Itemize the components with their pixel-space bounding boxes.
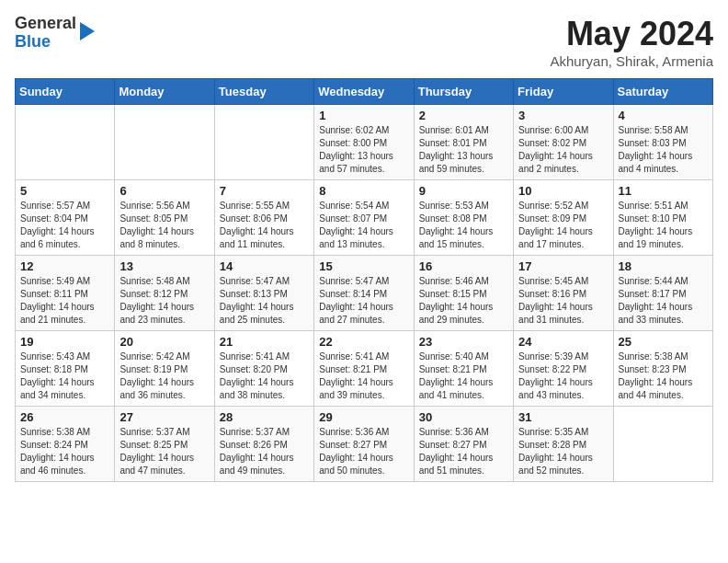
day-number: 14: [220, 259, 309, 273]
calendar-cell: [613, 407, 712, 482]
day-info: Sunrise: 6:01 AMSunset: 8:01 PMDaylight:…: [419, 124, 508, 176]
month-title: May 2024: [550, 15, 713, 53]
day-info: Sunrise: 5:51 AMSunset: 8:10 PMDaylight:…: [619, 200, 708, 251]
calendar-cell: [214, 105, 313, 180]
day-info: Sunrise: 5:55 AMSunset: 8:06 PMDaylight:…: [220, 200, 309, 251]
page-header: General Blue May 2024 Akhuryan, Shirak, …: [15, 15, 713, 69]
day-number: 3: [518, 109, 608, 122]
weekday-header-tuesday: Tuesday: [214, 79, 313, 105]
day-info: Sunrise: 5:39 AMSunset: 8:22 PMDaylight:…: [518, 350, 608, 402]
calendar-cell: 3Sunrise: 6:00 AMSunset: 8:02 PMDaylight…: [514, 105, 613, 180]
day-info: Sunrise: 5:41 AMSunset: 8:20 PMDaylight:…: [220, 350, 309, 402]
day-number: 28: [220, 410, 309, 424]
day-info: Sunrise: 5:38 AMSunset: 8:24 PMDaylight:…: [20, 426, 109, 477]
calendar-cell: 8Sunrise: 5:54 AMSunset: 8:07 PMDaylight…: [314, 180, 414, 256]
day-number: 10: [518, 184, 608, 198]
calendar-cell: 9Sunrise: 5:53 AMSunset: 8:08 PMDaylight…: [414, 180, 513, 256]
calendar-cell: 11Sunrise: 5:51 AMSunset: 8:10 PMDayligh…: [613, 180, 712, 256]
day-info: Sunrise: 5:36 AMSunset: 8:27 PMDaylight:…: [419, 426, 508, 477]
day-number: 19: [20, 335, 109, 349]
week-row-4: 19Sunrise: 5:43 AMSunset: 8:18 PMDayligh…: [16, 331, 713, 407]
calendar-cell: 18Sunrise: 5:44 AMSunset: 8:17 PMDayligh…: [613, 256, 712, 331]
day-info: Sunrise: 5:47 AMSunset: 8:13 PMDaylight:…: [220, 275, 309, 327]
calendar-cell: 6Sunrise: 5:56 AMSunset: 8:05 PMDaylight…: [115, 180, 214, 256]
day-info: Sunrise: 5:57 AMSunset: 8:04 PMDaylight:…: [20, 200, 109, 251]
calendar-cell: 20Sunrise: 5:42 AMSunset: 8:19 PMDayligh…: [115, 331, 214, 407]
week-row-2: 5Sunrise: 5:57 AMSunset: 8:04 PMDaylight…: [16, 180, 713, 256]
day-info: Sunrise: 5:43 AMSunset: 8:18 PMDaylight:…: [20, 350, 109, 402]
weekday-header-saturday: Saturday: [613, 79, 712, 105]
day-number: 26: [20, 410, 109, 424]
calendar-cell: 29Sunrise: 5:36 AMSunset: 8:27 PMDayligh…: [314, 407, 414, 482]
calendar-cell: 27Sunrise: 5:37 AMSunset: 8:25 PMDayligh…: [115, 407, 214, 482]
day-number: 18: [619, 259, 708, 273]
calendar-cell: 14Sunrise: 5:47 AMSunset: 8:13 PMDayligh…: [214, 256, 313, 331]
calendar-cell: 26Sunrise: 5:38 AMSunset: 8:24 PMDayligh…: [16, 407, 115, 482]
day-number: 8: [319, 184, 408, 198]
weekday-header-thursday: Thursday: [414, 79, 513, 105]
calendar-cell: 17Sunrise: 5:45 AMSunset: 8:16 PMDayligh…: [514, 256, 613, 331]
day-info: Sunrise: 5:36 AMSunset: 8:27 PMDaylight:…: [319, 426, 408, 477]
day-info: Sunrise: 6:00 AMSunset: 8:02 PMDaylight:…: [518, 124, 608, 176]
calendar-cell: 12Sunrise: 5:49 AMSunset: 8:11 PMDayligh…: [16, 256, 115, 331]
calendar-cell: 10Sunrise: 5:52 AMSunset: 8:09 PMDayligh…: [514, 180, 613, 256]
day-info: Sunrise: 5:44 AMSunset: 8:17 PMDaylight:…: [619, 275, 708, 327]
calendar-cell: [115, 105, 214, 180]
day-number: 21: [220, 335, 309, 349]
calendar-cell: 21Sunrise: 5:41 AMSunset: 8:20 PMDayligh…: [214, 331, 313, 407]
weekday-header-wednesday: Wednesday: [314, 79, 414, 105]
logo-blue: Blue: [15, 32, 51, 51]
day-info: Sunrise: 5:47 AMSunset: 8:14 PMDaylight:…: [319, 275, 408, 327]
day-info: Sunrise: 5:52 AMSunset: 8:09 PMDaylight:…: [518, 200, 608, 251]
logo: General Blue: [15, 15, 95, 52]
calendar-cell: [16, 105, 115, 180]
calendar-cell: 1Sunrise: 6:02 AMSunset: 8:00 PMDaylight…: [314, 105, 414, 180]
day-number: 29: [319, 410, 408, 424]
title-block: May 2024 Akhuryan, Shirak, Armenia: [550, 15, 713, 69]
day-number: 24: [518, 335, 608, 349]
weekday-header-friday: Friday: [514, 79, 613, 105]
day-number: 2: [419, 109, 508, 122]
day-number: 30: [419, 410, 508, 424]
calendar-cell: 5Sunrise: 5:57 AMSunset: 8:04 PMDaylight…: [16, 180, 115, 256]
day-number: 9: [419, 184, 508, 198]
location: Akhuryan, Shirak, Armenia: [550, 53, 713, 69]
day-number: 11: [619, 184, 708, 198]
day-info: Sunrise: 5:40 AMSunset: 8:21 PMDaylight:…: [419, 350, 508, 402]
calendar-cell: 13Sunrise: 5:48 AMSunset: 8:12 PMDayligh…: [115, 256, 214, 331]
day-info: Sunrise: 5:38 AMSunset: 8:23 PMDaylight:…: [619, 350, 708, 402]
day-number: 20: [119, 335, 209, 349]
calendar-table: SundayMondayTuesdayWednesdayThursdayFrid…: [15, 78, 713, 482]
day-number: 22: [319, 335, 408, 349]
day-number: 7: [220, 184, 309, 198]
day-number: 4: [619, 109, 708, 122]
day-info: Sunrise: 5:46 AMSunset: 8:15 PMDaylight:…: [419, 275, 508, 327]
day-number: 16: [419, 259, 508, 273]
day-info: Sunrise: 5:56 AMSunset: 8:05 PMDaylight:…: [119, 200, 209, 251]
day-number: 5: [20, 184, 109, 198]
calendar-cell: 19Sunrise: 5:43 AMSunset: 8:18 PMDayligh…: [16, 331, 115, 407]
day-info: Sunrise: 5:41 AMSunset: 8:21 PMDaylight:…: [319, 350, 408, 402]
day-info: Sunrise: 5:42 AMSunset: 8:19 PMDaylight:…: [119, 350, 209, 402]
calendar-cell: 25Sunrise: 5:38 AMSunset: 8:23 PMDayligh…: [613, 331, 712, 407]
calendar-cell: 31Sunrise: 5:35 AMSunset: 8:28 PMDayligh…: [514, 407, 613, 482]
calendar-cell: 23Sunrise: 5:40 AMSunset: 8:21 PMDayligh…: [414, 331, 513, 407]
day-number: 13: [119, 259, 209, 273]
day-info: Sunrise: 6:02 AMSunset: 8:00 PMDaylight:…: [319, 124, 408, 176]
weekday-header-sunday: Sunday: [16, 79, 115, 105]
day-info: Sunrise: 5:45 AMSunset: 8:16 PMDaylight:…: [518, 275, 608, 327]
day-number: 1: [319, 109, 408, 122]
week-row-1: 1Sunrise: 6:02 AMSunset: 8:00 PMDaylight…: [16, 105, 713, 180]
day-info: Sunrise: 5:53 AMSunset: 8:08 PMDaylight:…: [419, 200, 508, 251]
day-info: Sunrise: 5:58 AMSunset: 8:03 PMDaylight:…: [619, 124, 708, 176]
day-number: 25: [619, 335, 708, 349]
weekday-header-row: SundayMondayTuesdayWednesdayThursdayFrid…: [16, 79, 713, 105]
day-info: Sunrise: 5:37 AMSunset: 8:26 PMDaylight:…: [220, 426, 309, 477]
calendar-cell: 28Sunrise: 5:37 AMSunset: 8:26 PMDayligh…: [214, 407, 313, 482]
calendar-cell: 30Sunrise: 5:36 AMSunset: 8:27 PMDayligh…: [414, 407, 513, 482]
week-row-3: 12Sunrise: 5:49 AMSunset: 8:11 PMDayligh…: [16, 256, 713, 331]
day-number: 12: [20, 259, 109, 273]
calendar-cell: 15Sunrise: 5:47 AMSunset: 8:14 PMDayligh…: [314, 256, 414, 331]
logo-arrow-icon: [80, 22, 95, 40]
calendar-cell: 16Sunrise: 5:46 AMSunset: 8:15 PMDayligh…: [414, 256, 513, 331]
